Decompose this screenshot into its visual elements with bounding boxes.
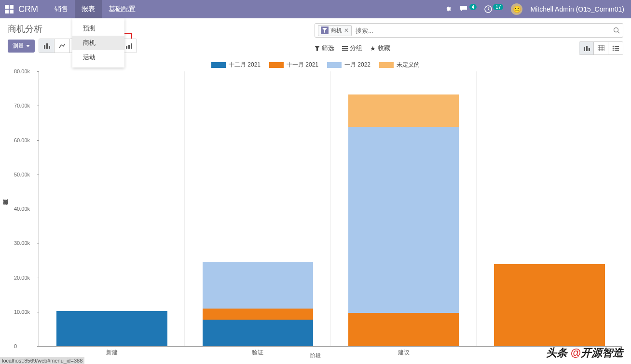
svg-rect-25 <box>598 45 604 51</box>
view-graph-button[interactable] <box>579 42 594 54</box>
bar-chart-icon <box>583 45 590 51</box>
chip-remove-icon[interactable]: ✕ <box>344 27 349 34</box>
pivot-icon <box>598 45 604 51</box>
chart-line-button[interactable] <box>55 39 70 53</box>
view-pivot-button[interactable] <box>594 42 608 54</box>
group-icon <box>342 46 348 51</box>
bar-chart-icon <box>43 43 50 49</box>
list-icon <box>612 45 619 51</box>
chevron-down-icon <box>26 45 30 47</box>
chart-plot: 010.00k20.00k30.00k40.00k50.00k60.00k70.… <box>39 71 622 347</box>
view-list-button[interactable] <box>608 42 623 54</box>
watermark: 头条 @开源智造 <box>546 346 623 360</box>
svg-point-30 <box>613 46 614 47</box>
svg-rect-14 <box>126 46 127 49</box>
star-icon: ★ <box>370 45 376 52</box>
svg-rect-15 <box>128 45 130 49</box>
nav-config[interactable]: 基础配置 <box>102 0 142 18</box>
search-icon[interactable] <box>613 27 620 34</box>
nav-reports[interactable]: 报表 <box>75 0 102 18</box>
dd-forecast[interactable]: 预测 <box>72 21 124 36</box>
svg-line-18 <box>618 32 620 34</box>
app-brand[interactable]: CRM <box>18 4 38 14</box>
svg-rect-24 <box>589 48 590 51</box>
svg-rect-3 <box>49 46 50 49</box>
top-nav: CRM 销售 报表 基础配置 ✸ 4 17 🙂 Mitchell Admin (… <box>0 0 631 18</box>
avatar[interactable]: 🙂 <box>511 3 522 15</box>
search-filter-chip[interactable]: 商机 ✕ <box>318 25 352 36</box>
svg-rect-16 <box>131 43 132 49</box>
svg-rect-1 <box>44 45 45 49</box>
svg-point-17 <box>614 28 618 32</box>
svg-rect-22 <box>584 47 585 51</box>
clock-icon <box>484 5 492 13</box>
dd-activities[interactable]: 活动 <box>72 50 124 65</box>
reports-dropdown: 预测 商机 活动 <box>72 18 124 67</box>
funnel-icon <box>315 46 320 51</box>
svg-point-32 <box>613 50 614 51</box>
svg-rect-2 <box>46 43 48 49</box>
dd-pipeline[interactable]: 商机 <box>72 36 124 50</box>
favorite-button[interactable]: ★ 收藏 <box>370 44 390 53</box>
svg-point-31 <box>613 48 614 49</box>
chat-icon <box>460 5 468 13</box>
nav-sales[interactable]: 销售 <box>48 0 75 18</box>
svg-rect-23 <box>586 46 588 51</box>
debug-icon[interactable]: ✸ <box>446 5 452 13</box>
x-axis-label: 阶段 <box>310 352 321 359</box>
group-button[interactable]: 分组 <box>342 44 362 53</box>
user-name[interactable]: Mitchell Admin (O15_Comm01) <box>530 5 624 13</box>
sort-asc-icon <box>125 43 132 49</box>
search-input[interactable] <box>352 27 613 34</box>
line-chart-icon <box>59 43 66 49</box>
status-bar: localhost:8569/web#menu_id=388 <box>0 357 84 364</box>
activities-button[interactable]: 17 <box>484 5 503 13</box>
funnel-icon <box>321 27 329 34</box>
chart-bar-button[interactable] <box>39 39 55 53</box>
chart-area: 十二月 2021十一月 2021一月 2022未定义的 按比例分摊收入 010.… <box>0 57 631 361</box>
filter-button[interactable]: 筛选 <box>315 44 334 53</box>
measure-button[interactable]: 测量 <box>8 40 35 53</box>
apps-icon[interactable] <box>5 5 14 13</box>
search-bar[interactable]: 商机 ✕ <box>315 23 623 38</box>
messages-button[interactable]: 4 <box>460 5 477 13</box>
